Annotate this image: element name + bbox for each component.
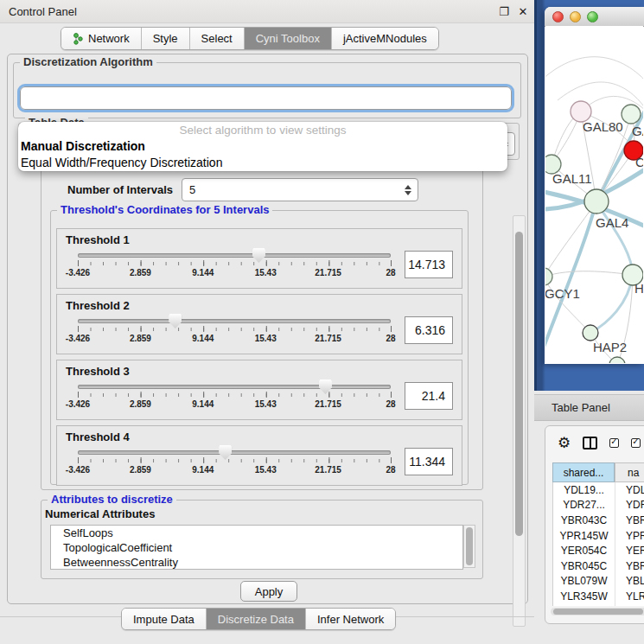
- table-panel: ⚙ shared... na YDL19...YDL1YDR27...YDR2Y…: [545, 425, 644, 624]
- threshold-slider[interactable]: -3.4262.8599.14415.4321.71528: [78, 446, 391, 484]
- threshold-slider[interactable]: -3.4262.8599.14415.4321.71528: [78, 380, 391, 418]
- checkbox-icon[interactable]: [631, 438, 641, 448]
- checkbox-icon[interactable]: [609, 438, 619, 448]
- threshold-value-input[interactable]: 21.4: [405, 382, 453, 410]
- apply-button[interactable]: Apply: [240, 581, 297, 602]
- network-node[interactable]: [622, 105, 641, 124]
- threshold-slider[interactable]: -3.4262.8599.14415.4321.71528: [78, 315, 391, 353]
- scrollbar-thumb[interactable]: [466, 527, 473, 565]
- network-edge: [545, 57, 643, 83]
- bottom-tab-bar: Impute DataDiscretize DataInfer Network: [121, 608, 396, 630]
- table-row[interactable]: YBR043CYBR0: [553, 513, 644, 528]
- scale-label: 15.43: [255, 465, 277, 475]
- slider-track[interactable]: [78, 385, 391, 389]
- scale-label: 9.144: [192, 465, 214, 475]
- algorithm-group-title: Discretization Algorithm: [20, 55, 156, 68]
- dropdown-option-manual-discretization[interactable]: Manual Discretization: [18, 138, 507, 155]
- algorithm-dropdown-popup: Select algorithm to view settings Manual…: [18, 122, 507, 171]
- network-icon: [73, 33, 84, 45]
- close-button[interactable]: [552, 11, 564, 22]
- cell-shared-name: YBR045C: [553, 558, 615, 574]
- tab-discretize-data[interactable]: Discretize Data: [206, 609, 305, 629]
- columns-icon[interactable]: [583, 437, 597, 450]
- scale-label: 2.859: [130, 465, 151, 475]
- number-of-intervals-combobox[interactable]: 5: [182, 178, 418, 201]
- slider-track[interactable]: [78, 319, 391, 323]
- scale-label: 15.43: [255, 399, 277, 409]
- network-canvas[interactable]: GAL80GACGAL11GAL4GCY1HHAP2: [545, 26, 643, 363]
- cell-name: YIL0: [615, 604, 644, 606]
- slider-scale-labels: -3.4262.8599.14415.4321.71528: [78, 334, 391, 346]
- cell-shared-name: YDL19...: [553, 482, 615, 498]
- slider-track[interactable]: [78, 253, 391, 258]
- cell-shared-name: YER054C: [553, 543, 615, 558]
- float-icon[interactable]: ❐: [496, 3, 512, 19]
- table-horizontal-scrollbar[interactable]: [551, 608, 644, 615]
- close-icon[interactable]: ✕: [515, 3, 531, 19]
- table-row[interactable]: YDR27...YDR2: [553, 498, 644, 513]
- tab-label: Select: [201, 32, 233, 45]
- slider-major-ticks: [78, 457, 392, 463]
- scale-label: 21.715: [315, 399, 341, 409]
- scrollbar-thumb[interactable]: [553, 609, 643, 615]
- dropdown-option-equal-width-frequency-discretization[interactable]: Equal Width/Frequency Discretization: [18, 155, 507, 171]
- cell-name: YER0: [615, 543, 644, 558]
- node-label: GAL11: [552, 171, 592, 186]
- scale-label: 28: [386, 399, 395, 409]
- attribute-item[interactable]: BetweennessCentrality: [51, 555, 462, 570]
- threshold-value-input[interactable]: 6.316: [405, 316, 453, 344]
- network-graph: GAL80GACGAL11GAL4GCY1HHAP2: [545, 26, 643, 363]
- threshold-block: Threshold 4-3.4262.8599.14415.4321.71528…: [56, 425, 462, 486]
- scale-label: 28: [386, 334, 395, 343]
- table-row[interactable]: YER054CYER0: [553, 543, 644, 558]
- threshold-slider[interactable]: -3.4262.8599.14415.4321.71528: [78, 249, 391, 287]
- attributes-group-title: Attributes to discretize: [48, 493, 176, 506]
- tab-cyni-toolbox[interactable]: Cyni Toolbox: [244, 28, 331, 49]
- tab-network[interactable]: Network: [61, 28, 141, 49]
- cell-shared-name: YBR043C: [553, 513, 615, 528]
- column-header-name[interactable]: na: [615, 462, 644, 482]
- table-row[interactable]: YPR145WYPR1: [553, 528, 644, 544]
- network-edge: [545, 271, 633, 277]
- scale-label: -3.426: [66, 399, 90, 409]
- table-row[interactable]: YDL19...YDL1: [553, 482, 644, 498]
- network-node[interactable]: [583, 325, 598, 341]
- tab-impute-data[interactable]: Impute Data: [122, 609, 206, 629]
- table-row[interactable]: YBR045CYBR0: [553, 558, 644, 574]
- zoom-button[interactable]: [587, 11, 598, 22]
- table-row[interactable]: YBL079WYBL0: [553, 574, 644, 590]
- threshold-coordinates-group: Threshold's Coordinates for 5 Intervals …: [50, 210, 469, 485]
- tab-label: Discretize Data: [218, 613, 294, 626]
- tab-label: Network: [88, 32, 130, 45]
- threshold-value-input[interactable]: 14.713: [405, 251, 453, 278]
- scale-label: 28: [386, 268, 395, 277]
- attributes-list-scrollbar[interactable]: [463, 525, 475, 568]
- scrollbar-thumb[interactable]: [515, 232, 523, 536]
- tab-style[interactable]: Style: [141, 28, 189, 49]
- network-node[interactable]: [545, 268, 552, 285]
- cell-name: YPR1: [615, 528, 644, 544]
- tab-label: Style: [153, 32, 178, 45]
- table-toolbar: ⚙: [558, 431, 641, 454]
- scale-label: 28: [386, 465, 395, 475]
- attribute-item[interactable]: TopologicalCoefficient: [51, 540, 462, 555]
- algorithm-combobox[interactable]: [20, 86, 512, 110]
- table-row[interactable]: YLR345WYLR3: [553, 589, 644, 604]
- column-header-shared-name[interactable]: shared...: [552, 462, 615, 482]
- slider-major-ticks: [78, 392, 392, 398]
- gear-icon[interactable]: ⚙: [558, 436, 571, 450]
- tab-jactivemnodules[interactable]: jActiveMNodules: [331, 28, 438, 49]
- panel-vertical-scrollbar[interactable]: [513, 215, 526, 627]
- threshold-value-input[interactable]: 11.344: [405, 448, 453, 475]
- slider-track[interactable]: [78, 450, 391, 455]
- node-label: H: [634, 281, 643, 296]
- tab-select[interactable]: Select: [189, 28, 244, 49]
- table-row[interactable]: YIL052CYIL0: [553, 604, 644, 606]
- network-node[interactable]: [609, 357, 625, 363]
- table-header-row: shared... na: [552, 462, 644, 482]
- attribute-item[interactable]: SelfLoops: [51, 526, 462, 540]
- threshold-coordinates-title: Threshold's Coordinates for 5 Intervals: [57, 203, 272, 216]
- network-node[interactable]: [584, 189, 609, 214]
- minimize-button[interactable]: [570, 11, 581, 22]
- tab-infer-network[interactable]: Infer Network: [305, 609, 395, 629]
